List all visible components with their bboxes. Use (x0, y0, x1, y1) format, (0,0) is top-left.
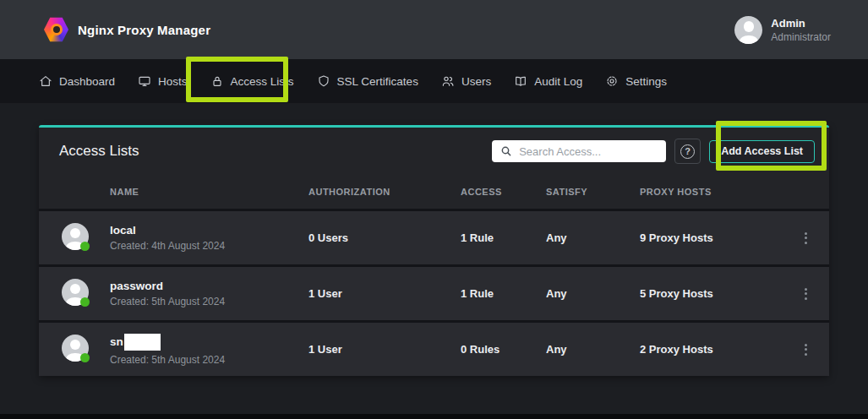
monitor-icon (138, 74, 151, 88)
gear-icon (605, 74, 619, 88)
online-status-dot (80, 242, 90, 251)
nav-item-dashboard[interactable]: Dashboard (39, 74, 115, 88)
column-header-access: ACCESS (461, 187, 546, 197)
search-input[interactable] (492, 140, 666, 162)
nav-item-audit-log[interactable]: Audit Log (514, 74, 582, 88)
table-header-row: NAME AUTHORIZATION ACCESS SATISFY PROXY … (39, 175, 829, 209)
access-value: 1 Rule (461, 287, 546, 300)
created-date: Created: 5th August 2024 (110, 296, 308, 307)
column-header-authorization: AUTHORIZATION (308, 187, 461, 197)
logo-core-ring (51, 24, 63, 35)
page-title: Access Lists (59, 143, 492, 160)
nav-item-label: Access Lists (231, 75, 294, 88)
table-row[interactable]: password Created: 5th August 2024 1 User… (39, 264, 829, 320)
row-menu-button[interactable] (801, 340, 811, 359)
nav-item-label: SSL Certificates (337, 75, 418, 88)
users-icon (441, 74, 455, 88)
app-logo-icon (44, 17, 68, 43)
nav-item-label: Settings (625, 75, 667, 88)
panel-actions: ? Add Access List (492, 139, 815, 164)
book-icon (514, 74, 527, 88)
access-list-name: sn (110, 334, 308, 351)
redaction-box (124, 334, 161, 351)
proxy-hosts-value: 5 Proxy Hosts (640, 287, 782, 300)
bottom-edge (0, 414, 868, 419)
authorization-value: 0 Users (308, 231, 461, 244)
search-icon (500, 144, 513, 158)
table-row[interactable]: sn Created: 5th August 2024 1 User 0 Rul… (39, 320, 829, 376)
brand[interactable]: Nginx Proxy Manager (44, 17, 210, 43)
user-role: Administrator (771, 31, 831, 43)
row-menu-button[interactable] (801, 229, 811, 248)
created-date: Created: 4th August 2024 (110, 240, 308, 252)
add-access-list-button[interactable]: Add Access List (709, 140, 815, 163)
row-avatar (62, 279, 89, 306)
access-list-name: password (110, 280, 308, 292)
help-icon: ? (680, 144, 695, 159)
user-menu[interactable]: Admin Administrator (734, 16, 831, 44)
column-header-proxy-hosts: PROXY HOSTS (640, 187, 782, 197)
satisfy-value: Any (546, 343, 640, 356)
nav-item-label: Audit Log (534, 75, 582, 88)
nav-item-ssl-certificates[interactable]: SSL Certificates (317, 74, 418, 88)
content-area: Access Lists ? Add Access List NAME AUTH… (0, 103, 868, 376)
table-row[interactable]: local Created: 4th August 2024 0 Users 1… (39, 209, 829, 264)
top-header: Nginx Proxy Manager Admin Administrator (0, 0, 868, 59)
online-status-dot (80, 297, 90, 307)
nav-item-hosts[interactable]: Hosts (138, 74, 188, 88)
authorization-value: 1 User (308, 343, 461, 356)
nav-item-label: Hosts (158, 75, 188, 88)
home-icon (39, 74, 52, 88)
authorization-value: 1 User (308, 287, 461, 300)
column-header-satisfy: SATISFY (546, 187, 640, 197)
row-avatar (62, 223, 89, 250)
user-avatar (734, 16, 762, 44)
access-value: 1 Rule (461, 231, 546, 244)
access-lists-panel: Access Lists ? Add Access List NAME AUTH… (39, 125, 829, 376)
app-title: Nginx Proxy Manager (78, 23, 210, 37)
satisfy-value: Any (546, 231, 640, 244)
nav-item-users[interactable]: Users (441, 74, 491, 88)
search-box (492, 140, 666, 162)
main-nav: Dashboard Hosts Access Lists SSL Certifi… (0, 59, 868, 103)
access-list-name: local (110, 224, 308, 237)
help-button[interactable]: ? (674, 139, 701, 164)
row-avatar (62, 335, 89, 362)
proxy-hosts-value: 2 Proxy Hosts (640, 343, 782, 356)
satisfy-value: Any (546, 287, 640, 300)
nav-item-access-lists[interactable]: Access Lists (210, 74, 294, 88)
column-header-name: NAME (110, 187, 308, 197)
online-status-dot (80, 353, 90, 362)
panel-header: Access Lists ? Add Access List (39, 128, 829, 175)
nav-item-label: Users (461, 75, 491, 88)
proxy-hosts-value: 9 Proxy Hosts (640, 231, 782, 244)
row-menu-button[interactable] (801, 285, 811, 303)
created-date: Created: 5th August 2024 (110, 354, 308, 366)
nav-item-label: Dashboard (59, 75, 115, 88)
shield-icon (317, 74, 330, 88)
nav-item-settings[interactable]: Settings (605, 74, 667, 88)
access-value: 0 Rules (461, 343, 546, 356)
user-name: Admin (771, 17, 831, 30)
lock-icon (210, 74, 224, 88)
